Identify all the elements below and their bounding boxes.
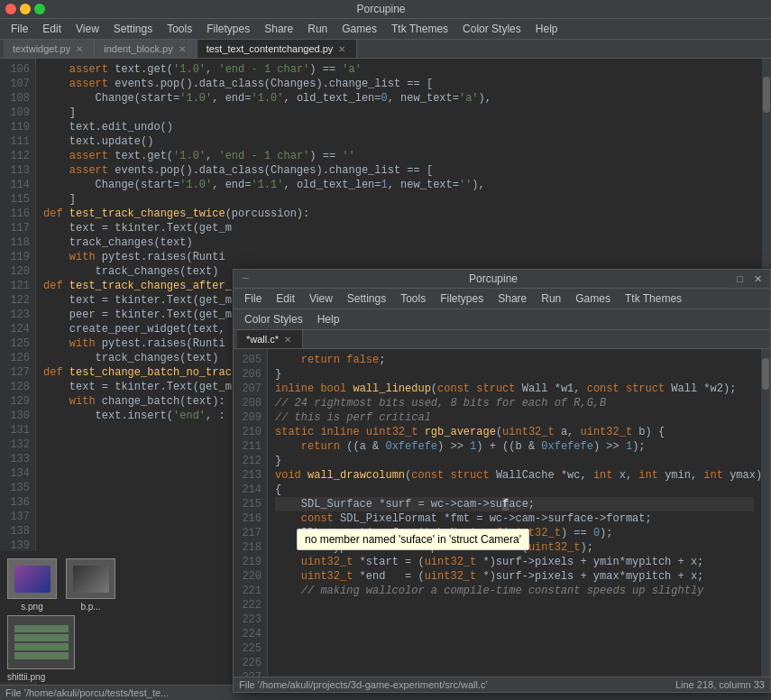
code-line-114: assert events.pop().data_class(Changes).…: [43, 163, 755, 178]
close-btn[interactable]: [5, 4, 16, 14]
code-line-122: with pytest.raises(Runti: [43, 250, 755, 264]
fw-line-217: {: [275, 483, 754, 497]
main-menu-bar: File Edit View Settings Tools Filetypes …: [0, 19, 771, 40]
tab-textwidget-label: textwidget.py: [13, 43, 70, 54]
fw-scrollbar-thumb[interactable]: [762, 358, 769, 390]
fw-tab-wall-c[interactable]: *wall.c* ✕: [237, 330, 303, 348]
fw-scrollbar[interactable]: [761, 349, 770, 677]
fw-menu-edit[interactable]: Edit: [269, 290, 302, 307]
menu-edit[interactable]: Edit: [35, 21, 69, 37]
thumb-line2: [14, 634, 69, 641]
tab-indent-block[interactable]: indent_block.py ✕: [95, 40, 197, 58]
tab-textwidget-close[interactable]: ✕: [74, 44, 85, 54]
fw-line-206: }: [275, 367, 754, 382]
file-thumb-b-png: [66, 558, 115, 599]
fw-minimize-icon[interactable]: ─: [239, 273, 252, 284]
main-scrollbar-thumb[interactable]: [763, 77, 770, 113]
main-status-text: File '/home/akuli/porcu/tests/test_te...: [5, 687, 169, 698]
error-tooltip-text: no member named 'suface' in 'struct Came…: [305, 533, 521, 546]
fw-status-position: Line 218, column 33: [675, 679, 765, 690]
thumb-line: [14, 625, 69, 632]
fw-line-numbers: 205206207208209 210211212213214 21521621…: [234, 349, 268, 677]
code-line-116: ]: [43, 192, 755, 207]
code-line-119: def test_track_changes_twice(porcussion)…: [43, 207, 755, 221]
menu-filetypes[interactable]: Filetypes: [199, 21, 257, 37]
fw-status-bar: File '/home/akuli/projects/3d-game-exper…: [234, 677, 770, 692]
file-label-shittii: shittii.png: [7, 672, 45, 682]
error-tooltip: no member named 'suface' in 'struct Came…: [297, 529, 529, 550]
file-browser-items: s.png b.p...: [7, 558, 225, 612]
fw-menu-filetypes[interactable]: Filetypes: [433, 290, 491, 307]
file-item-b-png[interactable]: b.p...: [66, 558, 115, 612]
fw-line-218: SDL_Surface *surf = wc->cam->suface;: [275, 497, 754, 511]
fw-menu-settings[interactable]: Settings: [340, 290, 393, 307]
thumb-img-s: [14, 566, 50, 593]
file-label-b-png: b.p...: [80, 602, 100, 612]
fw-menu-ttk[interactable]: Ttk Themes: [618, 290, 689, 307]
fw-line-219: const SDL_PixelFormat *fmt = wc->cam->su…: [275, 511, 754, 526]
fw-menu-view[interactable]: View: [302, 290, 340, 307]
file-thumb-shittii: [7, 615, 75, 669]
code-line-121: track_changes(text): [43, 235, 755, 250]
thumb-img-b: [73, 566, 109, 593]
code-line-106: assert text.get('1.0', 'end - 1 char') =…: [43, 62, 755, 77]
fw-line-210: // 24 rightmost bits used, 8 bits for ea…: [275, 396, 754, 410]
menu-games[interactable]: Games: [335, 21, 384, 37]
menu-help[interactable]: Help: [528, 21, 565, 37]
file-label-s-png: s.png: [21, 602, 42, 612]
fw-menu-help[interactable]: Help: [310, 311, 347, 327]
fw-tab-wall-c-close[interactable]: ✕: [282, 335, 293, 345]
code-line-115: Change(start='1.0', end='1.1', old_text_…: [43, 178, 755, 192]
fw-line-224: uint32_t *end = (uint32_t *)surf->pixels…: [275, 569, 754, 584]
fw-menu-file[interactable]: File: [237, 290, 269, 307]
thumb-line4: [14, 652, 69, 659]
fw-menu-bar-1: File Edit View Settings Tools Filetypes …: [234, 289, 770, 309]
tab-indent-block-label: indent_block.py: [104, 43, 172, 54]
fw-menu-games[interactable]: Games: [568, 290, 618, 307]
menu-file[interactable]: File: [4, 21, 35, 37]
menu-view[interactable]: View: [69, 21, 106, 37]
fw-code-area: 205206207208209 210211212213214 21521621…: [234, 349, 770, 677]
maximize-btn[interactable]: [34, 4, 45, 14]
fw-title-controls: ─: [239, 273, 252, 284]
tab-indent-block-close[interactable]: ✕: [177, 44, 188, 54]
fw-menu-bar-2: Color Styles Help: [234, 309, 770, 330]
file-item-s-png[interactable]: s.png: [7, 558, 57, 612]
menu-share[interactable]: Share: [257, 21, 300, 37]
fw-menu-tools[interactable]: Tools: [393, 290, 433, 307]
fw-restore-btn[interactable]: □: [734, 273, 746, 284]
tab-test-text-close[interactable]: ✕: [336, 44, 347, 54]
fw-title-text: Porcupine: [252, 272, 735, 285]
code-line-113: assert text.get('1.0', 'end - 1 char') =…: [43, 149, 755, 163]
code-line-107: assert events.pop().data_class(Changes).…: [43, 77, 755, 91]
fw-window-controls: □ ✕: [734, 273, 765, 285]
floating-window: ─ Porcupine □ ✕ File Edit View Settings …: [233, 269, 771, 693]
fw-menu-share[interactable]: Share: [491, 290, 534, 307]
menu-run[interactable]: Run: [300, 21, 335, 37]
minimize-btn[interactable]: [20, 4, 31, 14]
menu-color-styles[interactable]: Color Styles: [455, 21, 528, 37]
code-line-109: ]: [43, 106, 755, 120]
fw-menu-run[interactable]: Run: [534, 290, 568, 307]
menu-ttk-themes[interactable]: Ttk Themes: [384, 21, 455, 37]
tab-textwidget[interactable]: textwidget.py ✕: [4, 40, 95, 58]
fw-line-205: return false;: [275, 353, 754, 367]
menu-settings[interactable]: Settings: [106, 21, 160, 37]
code-line-111: text.edit_undo(): [43, 120, 755, 134]
tab-test-text[interactable]: test_text_contentchanged.py ✕: [197, 40, 358, 58]
fw-line-211: // this is perf critical: [275, 410, 754, 425]
thumb-line3: [14, 643, 69, 650]
fw-code-content[interactable]: return false; } inline bool wall_linedup…: [268, 349, 761, 677]
file-thumb-s-png: [7, 558, 57, 599]
fw-line-213: return ((a & 0xfefefe) >> 1) + ((b & 0xf…: [275, 439, 754, 454]
file-browser: s.png b.p... shittii.png: [0, 551, 233, 682]
fw-line-212: static inline uint32_t rgb_average(uint3…: [275, 425, 754, 439]
fw-line-216: void wall_drawcolumn(const struct WallCa…: [275, 468, 754, 483]
fw-close-btn[interactable]: ✕: [751, 273, 765, 285]
tab-test-text-label: test_text_contentchanged.py: [207, 43, 334, 54]
code-line-108: Change(start='1.0', end='1.0', old_text_…: [43, 91, 755, 106]
menu-tools[interactable]: Tools: [160, 21, 199, 37]
fw-line-208: inline bool wall_linedup(const struct Wa…: [275, 382, 754, 396]
fw-menu-color-styles[interactable]: Color Styles: [237, 311, 310, 327]
file-item-shittii[interactable]: shittii.png: [7, 615, 225, 682]
